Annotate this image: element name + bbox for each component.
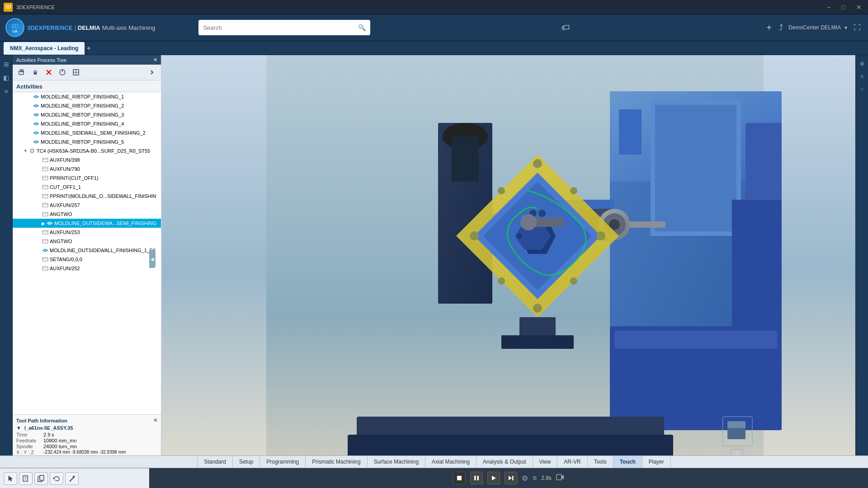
tree-item-12[interactable]: PPRINT/(MOLDLINE_O...SIDEWALL_FINISHIN <box>13 192 161 201</box>
panel-tool-forward[interactable] <box>29 66 42 78</box>
close-button[interactable]: ✕ <box>854 3 864 12</box>
tree-item-8[interactable]: AUXFUN/398 <box>13 155 161 164</box>
search-input[interactable] <box>203 24 358 31</box>
machining-tab-tools[interactable]: Tools <box>588 456 613 468</box>
right-icon-1[interactable]: ⊕ <box>858 59 866 69</box>
tree-item-14[interactable]: ANGTWO <box>13 210 161 219</box>
spindle-label: Spindle <box>16 444 43 449</box>
svg-point-81 <box>498 187 505 194</box>
tab-nmx[interactable]: NMX_Aerospace - Leading <box>4 42 85 55</box>
user-dropdown-icon: ▼ <box>844 25 848 30</box>
tree-item-20[interactable]: AUXFUN/252 <box>13 264 161 273</box>
title-product: Multi-axis Machining <box>102 24 156 31</box>
assembly-arrow: ▼ <box>16 425 21 431</box>
svg-rect-24 <box>42 194 48 198</box>
search-icon[interactable]: 🔍 <box>358 24 366 31</box>
tool-path-close[interactable]: ✕ <box>153 418 157 423</box>
svg-rect-113 <box>557 474 561 480</box>
svg-point-15 <box>31 150 33 152</box>
tree-container[interactable]: MOLDELINE_RIBTOP_FINISHING_1MOLDELINE_RI… <box>13 92 161 414</box>
time-value: 2.9 s <box>43 432 54 437</box>
player-pause-button[interactable] <box>470 472 483 484</box>
btm-tool-new[interactable] <box>19 472 33 485</box>
add-button[interactable]: + <box>764 21 774 35</box>
machining-tab-player[interactable]: Player <box>642 456 671 468</box>
panel-tool-view1[interactable] <box>56 66 69 78</box>
btm-tool-wrench[interactable] <box>65 472 79 485</box>
svg-point-80 <box>470 231 479 240</box>
machining-tab-programming[interactable]: Programming <box>260 456 306 468</box>
share-button[interactable]: ⤴ <box>777 21 785 34</box>
tree-item-13[interactable]: AUXFUN/257 <box>13 201 161 210</box>
left-icon-3[interactable]: ≡ <box>2 86 9 97</box>
svg-point-77 <box>533 159 542 168</box>
tool-path-title: Tool Path Information ✕ <box>16 418 157 423</box>
tree-item-3[interactable]: MOLDELINE_RIBTOP_FINISHING_3 <box>13 110 161 119</box>
machining-tab-view[interactable]: View <box>533 456 558 468</box>
tree-item-10[interactable]: PPRINT/(CUT_OFF1) <box>13 174 161 183</box>
player-stop-button[interactable] <box>453 472 466 484</box>
machining-tab-surface[interactable]: Surface Machining <box>368 456 425 468</box>
svg-rect-92 <box>501 335 574 349</box>
btm-tool-select[interactable] <box>4 472 17 485</box>
machining-tab-axial[interactable]: Axial Machining <box>425 456 476 468</box>
minimize-button[interactable]: − <box>824 3 833 12</box>
panel-toolbar <box>13 65 161 80</box>
tree-item-19[interactable]: SETANG/0,0,0 <box>13 255 161 264</box>
btm-tool-undo[interactable] <box>50 472 63 485</box>
machining-tab-arvr[interactable]: AR-VR <box>557 456 587 468</box>
player-gear-button[interactable]: ⚙ <box>522 474 528 483</box>
svg-rect-109 <box>457 476 462 480</box>
tree-item-17[interactable]: ANGTWO <box>13 237 161 246</box>
tree-item-9[interactable]: AUXFUN/790 <box>13 164 161 174</box>
app-icon: 3D <box>4 3 13 12</box>
tree-item-6[interactable]: MOLDELINE_RIBTOP_FINISHING_5 <box>13 137 161 146</box>
svg-rect-57 <box>619 109 642 155</box>
svg-rect-111 <box>477 476 479 480</box>
btm-tool-copy[interactable] <box>34 472 48 485</box>
window-title: 3DEXPERIENCE <box>16 5 55 10</box>
tree-item-5[interactable]: MOLDELINE_SIDEWALL_SEMI_FINISHING_2 <box>13 128 161 137</box>
user-name: DemoCenter DELMIA <box>788 24 841 31</box>
left-icon-2[interactable]: ◧ <box>1 72 11 83</box>
right-icon-3[interactable]: ○ <box>859 84 865 94</box>
tree-item-7[interactable]: ▼TC4 (HSK63A-SRD25A-B0...SURF_D25_R0_ST5… <box>13 146 161 155</box>
panel-tool-delete[interactable] <box>42 66 55 78</box>
tab-add-button[interactable]: + <box>86 44 90 52</box>
machining-tab-prismatic[interactable]: Prismatic Machining <box>306 456 367 468</box>
tree-item-4[interactable]: MOLDELINE_RIBTOP_FINISHING_4 <box>13 119 161 128</box>
tree-item-1[interactable]: MOLDELINE_RIBTOP_FINISHING_1 <box>13 92 161 101</box>
machining-tab-setup[interactable]: Setup <box>233 456 260 468</box>
tree-item-18[interactable]: MOLDLINE_OUTSIDEWALL_FINISHING_1_5X <box>13 246 161 255</box>
machining-tab-touch[interactable]: Touch <box>613 456 642 468</box>
tree-item-15[interactable]: ▶MOLDLINE_OUTSIDEWA...SEMI_FINISHING <box>13 219 161 228</box>
machining-tab-analysis[interactable]: Analysis & Output <box>476 456 533 468</box>
title-bar-left: 3D 3DEXPERIENCE <box>4 3 55 12</box>
player-play-button[interactable] <box>487 472 500 484</box>
panel-tool-back[interactable] <box>15 66 28 78</box>
tree-item-16[interactable]: AUXFUN/253 <box>13 228 161 237</box>
viewport[interactable]: ⊕ ≡ ○ <box>162 55 868 488</box>
svg-rect-2 <box>34 72 37 75</box>
side-panel: Activities Process Tree ✕ <box>13 55 162 488</box>
player-list-button[interactable]: ≡ <box>533 474 537 482</box>
fullscreen-button[interactable]: ⛶ <box>852 22 863 33</box>
left-icon-1[interactable]: ⊞ <box>2 59 11 70</box>
panel-collapse-handle[interactable]: ◀ <box>149 250 156 268</box>
bookmark-icon[interactable]: 🏷 <box>561 23 570 33</box>
tree-item-2[interactable]: MOLDELINE_RIBTOP_FINISHING_2 <box>13 101 161 110</box>
panel-tool-view2[interactable] <box>70 66 82 78</box>
machining-tab-standard[interactable]: Standard <box>197 456 233 468</box>
panel-tool-next[interactable] <box>146 66 158 78</box>
app-title: 3DEXPERIENCE | DELMIA Multi-axis Machini… <box>27 24 155 31</box>
svg-rect-26 <box>42 203 48 207</box>
user-area[interactable]: DemoCenter DELMIA ▼ <box>788 24 848 31</box>
player-play-end-button[interactable] <box>505 472 517 484</box>
right-icon-2[interactable]: ≡ <box>859 71 865 81</box>
player-record-button[interactable] <box>556 474 564 483</box>
maximize-button[interactable]: □ <box>839 3 848 12</box>
search-bar: 🔍 <box>198 20 370 35</box>
svg-rect-20 <box>42 176 48 180</box>
side-panel-close[interactable]: ✕ <box>153 57 157 63</box>
tree-item-11[interactable]: CUT_OFF1_1 <box>13 183 161 192</box>
